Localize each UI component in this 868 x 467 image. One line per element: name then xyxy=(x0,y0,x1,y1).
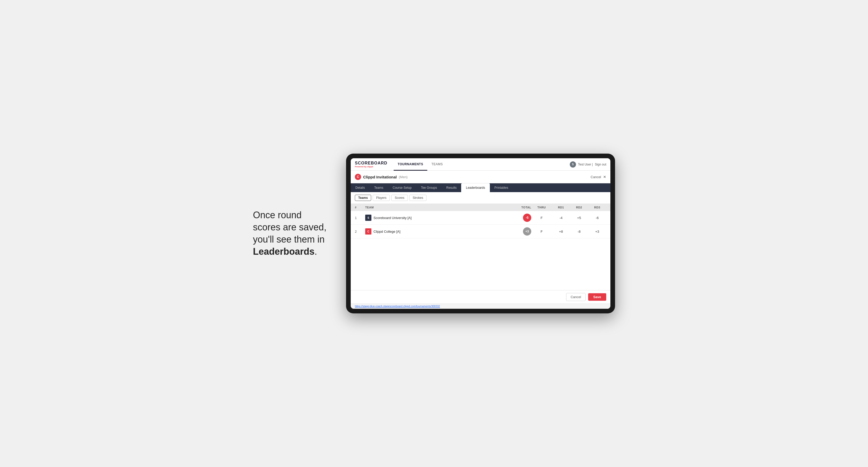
logo-title: SCOREBOARD xyxy=(355,161,388,165)
row1-total-cell: -5 xyxy=(510,214,531,222)
tournament-cancel-button[interactable]: Cancel ✕ xyxy=(591,175,606,179)
row2-team-cell: C Clippd College [A] xyxy=(365,228,510,235)
row1-team-cell: S Scoreboard University [A] xyxy=(365,215,510,221)
row1-rank: 1 xyxy=(355,216,365,220)
row2-rd1: +8 xyxy=(552,229,570,234)
col-rd3: RD3 xyxy=(588,206,606,209)
row2-thru: F xyxy=(531,229,552,234)
user-avatar: S xyxy=(570,161,576,167)
tablet-screen: SCOREBOARD Powered by clippd TOURNAMENTS… xyxy=(351,158,610,309)
row1-logo-letter: S xyxy=(368,216,369,219)
leaderboard-table: # TEAM TOTAL THRU RD1 RD2 RD3 1 S Score xyxy=(351,204,610,290)
sign-out-link[interactable]: Sign out xyxy=(595,163,606,166)
row1-thru: F xyxy=(531,216,552,220)
top-nav: SCOREBOARD Powered by clippd TOURNAMENTS… xyxy=(351,158,610,171)
col-team: TEAM xyxy=(365,206,510,209)
empty-content-area xyxy=(351,239,610,290)
row1-total: -5 xyxy=(526,216,529,220)
tournament-gender: (Men) xyxy=(399,175,408,179)
logo-subtitle-prefix: Powered by xyxy=(355,165,367,168)
col-rd1: RD1 xyxy=(552,206,570,209)
user-name: Test User | xyxy=(578,163,593,166)
tab-teams[interactable]: Teams xyxy=(370,183,388,192)
filter-strokes-button[interactable]: Strokes xyxy=(409,195,427,201)
table-row: 1 S Scoreboard University [A] -5 F -4 xyxy=(351,211,610,225)
col-total: TOTAL xyxy=(510,206,531,209)
row2-rd2: -8 xyxy=(570,229,588,234)
tab-course-setup[interactable]: Course Setup xyxy=(388,183,416,192)
url-text: https://stage-blue-coach.stagescoreboard… xyxy=(355,305,440,308)
tournament-logo: C xyxy=(355,174,361,180)
row1-rd3: -6 xyxy=(588,216,606,220)
close-icon: ✕ xyxy=(603,175,606,179)
row1-team-logo: S xyxy=(365,215,371,221)
table-row: 2 C Clippd College [A] +3 F +8 -8 xyxy=(351,225,610,239)
filter-bar: Teams Players Scores Strokes xyxy=(351,192,610,204)
sidebar-description: Once round scores are saved, you'll see … xyxy=(253,209,331,257)
sidebar-text-bold: Leaderboards xyxy=(253,246,314,257)
row1-total-badge: -5 xyxy=(523,214,531,222)
nav-links: TOURNAMENTS TEAMS xyxy=(394,158,447,170)
nav-right: S Test User | Sign out xyxy=(570,161,606,167)
save-button[interactable]: Save xyxy=(588,293,606,301)
filter-scores-button[interactable]: Scores xyxy=(391,195,408,201)
row1-rd1: -4 xyxy=(552,216,570,220)
tournament-header: C Clippd Invitational (Men) Cancel ✕ xyxy=(351,171,610,183)
row2-total-badge: +3 xyxy=(523,227,531,236)
tab-tee-groups[interactable]: Tee Groups xyxy=(416,183,441,192)
cancel-label: Cancel xyxy=(591,175,601,179)
row1-team-name: Scoreboard University [A] xyxy=(373,216,411,220)
row2-rank: 2 xyxy=(355,229,365,234)
url-bar: https://stage-blue-coach.stagescoreboard… xyxy=(351,304,610,309)
sidebar-text-end: . xyxy=(314,246,317,257)
col-thru: THRU xyxy=(531,206,552,209)
sidebar-text-part1: Once round scores are saved, you'll see … xyxy=(253,210,327,245)
col-rd2: RD2 xyxy=(570,206,588,209)
cancel-button[interactable]: Cancel xyxy=(566,293,585,301)
logo-brand: clippd xyxy=(367,165,373,168)
nav-link-tournaments[interactable]: TOURNAMENTS xyxy=(394,158,428,171)
tournament-name: Clippd Invitational xyxy=(363,175,397,179)
row2-logo-letter: C xyxy=(367,230,369,233)
tab-results[interactable]: Results xyxy=(441,183,461,192)
page-wrapper: Once round scores are saved, you'll see … xyxy=(253,154,615,313)
row1-rd2: +5 xyxy=(570,216,588,220)
tab-printables[interactable]: Printables xyxy=(490,183,513,192)
tab-details[interactable]: Details xyxy=(351,183,370,192)
table-header: # TEAM TOTAL THRU RD1 RD2 RD3 xyxy=(351,204,610,211)
logo-area: SCOREBOARD Powered by clippd xyxy=(355,161,388,168)
nav-link-teams[interactable]: TEAMS xyxy=(427,158,447,171)
row2-team-name: Clippd College [A] xyxy=(373,229,400,234)
filter-teams-button[interactable]: Teams xyxy=(355,195,371,201)
col-rank: # xyxy=(355,206,365,209)
row2-rd3: +3 xyxy=(588,229,606,234)
filter-players-button[interactable]: Players xyxy=(373,195,390,201)
tablet-frame: SCOREBOARD Powered by clippd TOURNAMENTS… xyxy=(346,154,615,313)
modal-footer: Cancel Save xyxy=(351,290,610,304)
row2-total-cell: +3 xyxy=(510,227,531,236)
row2-total: +3 xyxy=(525,229,529,233)
row2-team-logo: C xyxy=(365,228,371,235)
sub-nav: Details Teams Course Setup Tee Groups Re… xyxy=(351,183,610,192)
tab-leaderboards[interactable]: Leaderboards xyxy=(461,183,490,192)
tournament-title-area: C Clippd Invitational (Men) xyxy=(355,174,408,180)
logo-subtitle: Powered by clippd xyxy=(355,165,388,168)
